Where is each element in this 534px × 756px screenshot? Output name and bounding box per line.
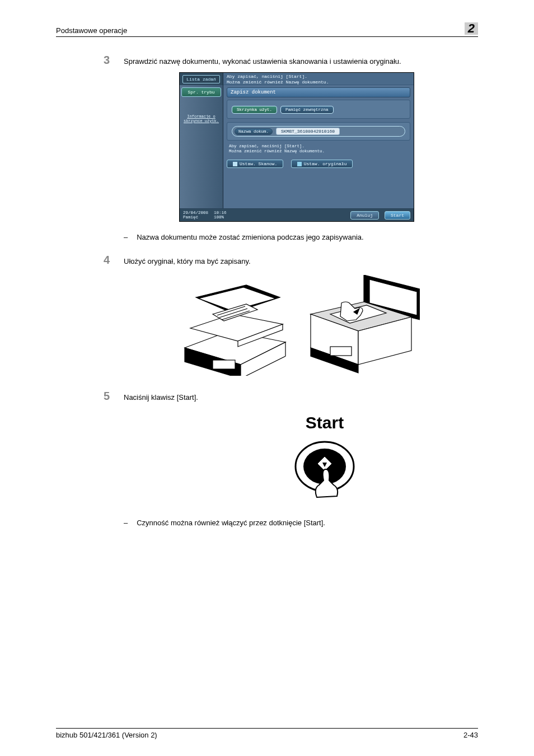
info-skrzynka-link[interactable]: Informacje o skrzynce użytk. — [181, 115, 221, 123]
start-button[interactable]: Start — [385, 211, 410, 220]
side-panel: Spr. trybu Informacje o skrzynce użytk. — [180, 85, 223, 208]
hint-mid: Aby zapisać, naciśnij [Start]. Można zmi… — [229, 144, 410, 154]
ustaw-oryginalu-label: Ustaw. oryginału — [304, 161, 347, 166]
start-button-figure: Start — [283, 413, 367, 503]
chapter-number: 2 — [465, 22, 478, 35]
step-3: 3 Sprawdzić nazwę dokumentu, wykonać ust… — [104, 54, 478, 67]
anuluj-button[interactable]: Anuluj — [350, 211, 379, 220]
step-text: Naciśnij klawisz [Start]. — [124, 393, 198, 403]
scan-icon — [233, 162, 237, 166]
step-5-note: –Czynność można również włączyć przez do… — [124, 519, 478, 527]
hint-line2: Można zmienić również Nazwę dokumentu. — [227, 80, 410, 85]
panel-title: Zapisz dokument — [227, 87, 410, 97]
spr-trybu-button[interactable]: Spr. trybu — [181, 87, 221, 97]
tab-pamiec-zewnetrzna[interactable]: Pamięć zewnętrzna — [280, 106, 334, 114]
step-text: Ułożyć oryginał, który ma być zapisany. — [124, 256, 251, 267]
settings-buttons-row: Ustaw. Skanow. Ustaw. oryginału — [227, 160, 410, 168]
original-icon — [297, 162, 302, 166]
page-footer: bizhub 501/421/361 (Version 2) 2-43 — [56, 728, 478, 739]
tab-lista-zadan[interactable]: Lista zadań — [180, 73, 223, 85]
hint-top: Aby zapisać, naciśnij [Start]. Można zmi… — [223, 73, 414, 85]
doc-name-panel: Nazwa dokum. SKMBT_36108042910160 — [227, 122, 410, 141]
printer-flatbed-illustration — [308, 275, 420, 376]
svg-rect-0 — [213, 360, 235, 369]
ustaw-oryginalu-button[interactable]: Ustaw. oryginału — [291, 160, 353, 168]
note-text: Czynność można również włączyć przez dot… — [137, 519, 325, 527]
step-number: 3 — [104, 54, 124, 67]
dash: – — [124, 233, 128, 241]
hint-mid-2: Można zmienić również Nazwę dokumentu. — [229, 149, 410, 154]
illustration-row — [179, 275, 478, 376]
step-number: 5 — [104, 390, 124, 403]
note-text: Nazwa dokumentu może zostać zmieniona po… — [137, 233, 363, 241]
doc-name-button[interactable]: Nazwa dokum. — [235, 128, 273, 135]
dash: – — [124, 519, 128, 527]
step-text: Sprawdzić nazwę dokumentu, wykonać ustaw… — [124, 57, 401, 67]
step-number: 4 — [104, 254, 124, 267]
step-3-note: –Nazwa dokumentu może zostać zmieniona p… — [124, 233, 478, 241]
tab-skrzynka-uzyt[interactable]: Skrzynka użyt. — [232, 106, 277, 114]
start-button-illustration — [291, 436, 358, 503]
lcd-screenshot: Lista zadań Aby zapisać, naciśnij [Start… — [179, 72, 414, 222]
step-5: 5 Naciśnij klawisz [Start]. — [104, 390, 478, 403]
footer-date: 29/04/2008 Pamięć — [183, 211, 208, 220]
svg-rect-4 — [330, 347, 352, 356]
footer-right: 2-43 — [463, 731, 478, 739]
lcd-footer: 29/04/2008 Pamięć 10:16 100% Anuluj Star… — [180, 208, 414, 221]
hint-mid-1: Aby zapisać, naciśnij [Start]. — [229, 144, 410, 149]
printer-adf-illustration — [179, 275, 291, 376]
footer-left: bizhub 501/421/361 (Version 2) — [56, 731, 157, 739]
storage-tabs-panel: Skrzynka użyt. Pamięć zewnętrzna — [227, 100, 410, 119]
step-4: 4 Ułożyć oryginał, który ma być zapisany… — [104, 254, 478, 267]
doc-name-value: SKMBT_36108042910160 — [276, 128, 340, 135]
start-label: Start — [283, 413, 367, 432]
hint-line1: Aby zapisać, naciśnij [Start]. — [227, 74, 410, 80]
ustaw-skanow-label: Ustaw. Skanow. — [240, 161, 277, 166]
footer-time: 10:16 100% — [214, 211, 227, 220]
ustaw-skanow-button[interactable]: Ustaw. Skanow. — [227, 160, 283, 168]
page-header: Podstawowe operacje 2 — [56, 22, 478, 37]
header-title: Podstawowe operacje — [56, 26, 127, 35]
tab-lista-zadan-label: Lista zadań — [182, 75, 220, 83]
